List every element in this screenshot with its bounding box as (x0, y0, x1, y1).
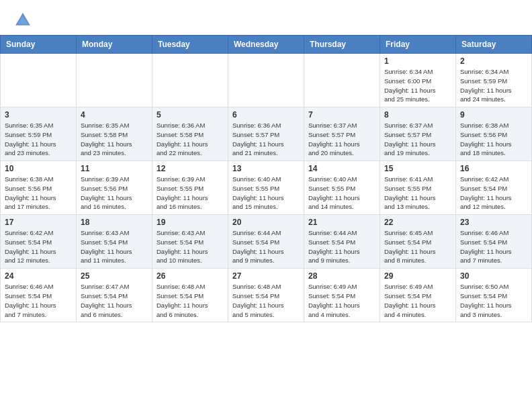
calendar-cell: 23Sunrise: 6:46 AMSunset: 5:54 PMDayligh… (456, 215, 532, 269)
calendar-cell: 27Sunrise: 6:48 AMSunset: 5:54 PMDayligh… (228, 269, 304, 322)
calendar-cell: 20Sunrise: 6:44 AMSunset: 5:54 PMDayligh… (228, 215, 304, 269)
day-number: 5 (157, 110, 224, 120)
day-info: Sunrise: 6:42 AMSunset: 5:54 PMDaylight:… (5, 228, 72, 265)
day-number: 17 (5, 218, 72, 227)
page-header (0, 0, 532, 35)
calendar-cell: 13Sunrise: 6:40 AMSunset: 5:55 PMDayligh… (228, 161, 304, 215)
day-info: Sunrise: 6:45 AMSunset: 5:54 PMDaylight:… (384, 228, 451, 265)
day-number: 4 (81, 110, 148, 120)
day-info: Sunrise: 6:38 AMSunset: 5:56 PMDaylight:… (5, 175, 72, 212)
day-number: 2 (460, 56, 527, 66)
day-number: 9 (460, 110, 527, 120)
day-info: Sunrise: 6:46 AMSunset: 5:54 PMDaylight:… (5, 282, 72, 319)
week-row-3: 10Sunrise: 6:38 AMSunset: 5:56 PMDayligh… (1, 161, 532, 215)
calendar-cell: 21Sunrise: 6:44 AMSunset: 5:54 PMDayligh… (304, 215, 380, 269)
calendar-cell: 25Sunrise: 6:47 AMSunset: 5:54 PMDayligh… (77, 269, 152, 322)
calendar-cell: 4Sunrise: 6:35 AMSunset: 5:58 PMDaylight… (77, 107, 152, 161)
col-header-monday: Monday (77, 36, 152, 54)
calendar-cell: 3Sunrise: 6:35 AMSunset: 5:59 PMDaylight… (1, 107, 77, 161)
day-info: Sunrise: 6:40 AMSunset: 5:55 PMDaylight:… (232, 175, 300, 212)
day-info: Sunrise: 6:48 AMSunset: 5:54 PMDaylight:… (232, 282, 300, 319)
calendar-cell: 26Sunrise: 6:48 AMSunset: 5:54 PMDayligh… (152, 269, 228, 322)
day-number: 28 (308, 271, 375, 281)
day-info: Sunrise: 6:37 AMSunset: 5:57 PMDaylight:… (308, 121, 375, 158)
col-header-saturday: Saturday (456, 36, 532, 54)
calendar-cell (228, 54, 304, 107)
calendar-cell (77, 54, 152, 107)
day-number: 3 (5, 110, 72, 120)
calendar-header-row: SundayMondayTuesdayWednesdayThursdayFrid… (1, 36, 532, 54)
day-number: 23 (460, 218, 527, 227)
day-info: Sunrise: 6:38 AMSunset: 5:56 PMDaylight:… (460, 121, 527, 158)
day-number: 27 (232, 271, 300, 281)
col-header-friday: Friday (380, 36, 456, 54)
day-info: Sunrise: 6:36 AMSunset: 5:58 PMDaylight:… (157, 121, 224, 158)
day-number: 13 (232, 164, 300, 173)
day-info: Sunrise: 6:39 AMSunset: 5:56 PMDaylight:… (81, 175, 148, 212)
day-number: 22 (384, 218, 451, 227)
week-row-5: 24Sunrise: 6:46 AMSunset: 5:54 PMDayligh… (1, 269, 532, 322)
calendar-cell: 16Sunrise: 6:42 AMSunset: 5:54 PMDayligh… (456, 161, 532, 215)
day-number: 21 (308, 218, 375, 227)
calendar-cell (304, 54, 380, 107)
day-info: Sunrise: 6:37 AMSunset: 5:57 PMDaylight:… (384, 121, 451, 158)
day-info: Sunrise: 6:43 AMSunset: 5:54 PMDaylight:… (81, 228, 148, 265)
day-info: Sunrise: 6:39 AMSunset: 5:55 PMDaylight:… (157, 175, 224, 212)
calendar-cell: 11Sunrise: 6:39 AMSunset: 5:56 PMDayligh… (77, 161, 152, 215)
day-number: 7 (308, 110, 375, 120)
week-row-2: 3Sunrise: 6:35 AMSunset: 5:59 PMDaylight… (1, 107, 532, 161)
calendar-cell: 18Sunrise: 6:43 AMSunset: 5:54 PMDayligh… (77, 215, 152, 269)
calendar-cell: 19Sunrise: 6:43 AMSunset: 5:54 PMDayligh… (152, 215, 228, 269)
day-number: 24 (5, 271, 72, 281)
calendar-cell: 2Sunrise: 6:34 AMSunset: 5:59 PMDaylight… (456, 54, 532, 107)
calendar-cell: 5Sunrise: 6:36 AMSunset: 5:58 PMDaylight… (152, 107, 228, 161)
logo-icon (13, 11, 32, 30)
day-number: 16 (460, 164, 527, 173)
calendar-cell: 22Sunrise: 6:45 AMSunset: 5:54 PMDayligh… (380, 215, 456, 269)
day-number: 20 (232, 218, 300, 227)
col-header-sunday: Sunday (1, 36, 77, 54)
week-row-1: 1Sunrise: 6:34 AMSunset: 6:00 PMDaylight… (1, 54, 532, 107)
day-number: 26 (157, 271, 224, 281)
calendar-cell: 15Sunrise: 6:41 AMSunset: 5:55 PMDayligh… (380, 161, 456, 215)
col-header-thursday: Thursday (304, 36, 380, 54)
day-info: Sunrise: 6:35 AMSunset: 5:59 PMDaylight:… (5, 121, 72, 158)
day-number: 6 (232, 110, 300, 120)
calendar-cell: 17Sunrise: 6:42 AMSunset: 5:54 PMDayligh… (1, 215, 77, 269)
day-number: 1 (384, 56, 451, 66)
day-number: 11 (81, 164, 148, 173)
day-info: Sunrise: 6:49 AMSunset: 5:54 PMDaylight:… (384, 282, 451, 319)
calendar-cell: 29Sunrise: 6:49 AMSunset: 5:54 PMDayligh… (380, 269, 456, 322)
day-number: 30 (460, 271, 527, 281)
calendar-cell: 7Sunrise: 6:37 AMSunset: 5:57 PMDaylight… (304, 107, 380, 161)
day-info: Sunrise: 6:36 AMSunset: 5:57 PMDaylight:… (232, 121, 300, 158)
col-header-wednesday: Wednesday (228, 36, 304, 54)
calendar-cell: 1Sunrise: 6:34 AMSunset: 6:00 PMDaylight… (380, 54, 456, 107)
col-header-tuesday: Tuesday (152, 36, 228, 54)
day-info: Sunrise: 6:46 AMSunset: 5:54 PMDaylight:… (460, 228, 527, 265)
calendar-cell (152, 54, 228, 107)
day-info: Sunrise: 6:44 AMSunset: 5:54 PMDaylight:… (232, 228, 300, 265)
day-info: Sunrise: 6:34 AMSunset: 6:00 PMDaylight:… (384, 67, 451, 104)
day-info: Sunrise: 6:43 AMSunset: 5:54 PMDaylight:… (157, 228, 224, 265)
calendar-cell: 10Sunrise: 6:38 AMSunset: 5:56 PMDayligh… (1, 161, 77, 215)
day-number: 12 (157, 164, 224, 173)
calendar-cell: 30Sunrise: 6:50 AMSunset: 5:54 PMDayligh… (456, 269, 532, 322)
day-info: Sunrise: 6:35 AMSunset: 5:58 PMDaylight:… (81, 121, 148, 158)
day-info: Sunrise: 6:44 AMSunset: 5:54 PMDaylight:… (308, 228, 375, 265)
day-number: 19 (157, 218, 224, 227)
calendar-cell: 9Sunrise: 6:38 AMSunset: 5:56 PMDaylight… (456, 107, 532, 161)
calendar-cell: 28Sunrise: 6:49 AMSunset: 5:54 PMDayligh… (304, 269, 380, 322)
week-row-4: 17Sunrise: 6:42 AMSunset: 5:54 PMDayligh… (1, 215, 532, 269)
calendar-cell: 12Sunrise: 6:39 AMSunset: 5:55 PMDayligh… (152, 161, 228, 215)
day-number: 10 (5, 164, 72, 173)
day-info: Sunrise: 6:49 AMSunset: 5:54 PMDaylight:… (308, 282, 375, 319)
day-number: 29 (384, 271, 451, 281)
day-info: Sunrise: 6:47 AMSunset: 5:54 PMDaylight:… (81, 282, 148, 319)
day-number: 15 (384, 164, 451, 173)
day-number: 18 (81, 218, 148, 227)
day-info: Sunrise: 6:40 AMSunset: 5:55 PMDaylight:… (308, 175, 375, 212)
day-number: 25 (81, 271, 148, 281)
day-number: 8 (384, 110, 451, 120)
calendar-cell: 24Sunrise: 6:46 AMSunset: 5:54 PMDayligh… (1, 269, 77, 322)
